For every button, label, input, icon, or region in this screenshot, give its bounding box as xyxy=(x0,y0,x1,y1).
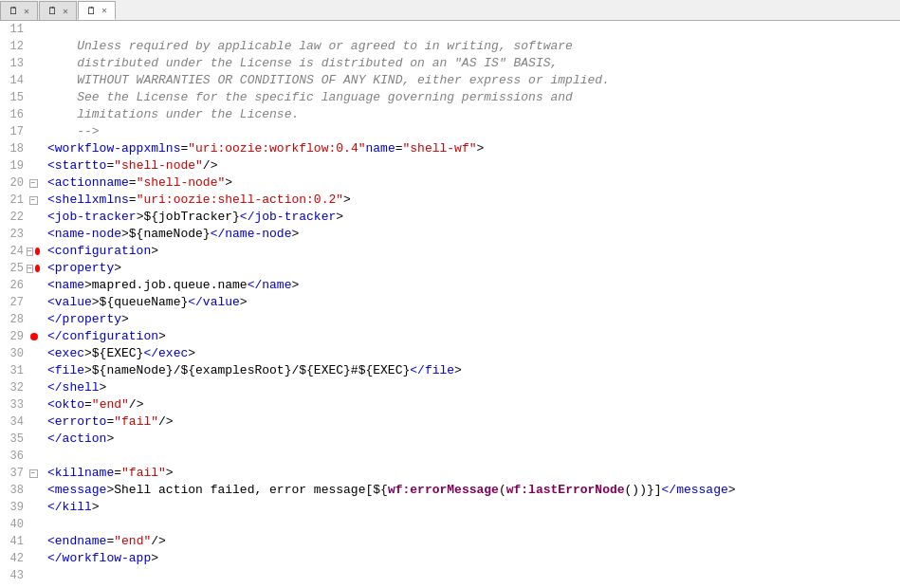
gutter-row: 32 xyxy=(0,379,40,396)
line-number: 13 xyxy=(0,57,27,70)
line-number: 29 xyxy=(0,330,27,343)
line-number: 38 xyxy=(0,484,27,497)
fold-gutter-cell xyxy=(27,333,40,340)
gutter-row: 24− xyxy=(0,243,40,260)
code-line[interactable]: </kill> xyxy=(47,499,900,516)
code-line[interactable]: <error to="fail"/> xyxy=(47,413,900,431)
gutter-row: 28 xyxy=(0,311,40,328)
code-area[interactable]: Unless required by applicable law or agr… xyxy=(40,21,900,588)
tab-job-file-icon: 🗒 xyxy=(47,5,58,17)
code-line[interactable] xyxy=(47,21,900,38)
gutter-row: 23 xyxy=(0,226,40,243)
fold-gutter-cell[interactable]: − xyxy=(27,248,40,256)
gutter-row: 34 xyxy=(0,413,40,431)
code-line[interactable]: <value>${queueName}</value> xyxy=(47,294,900,311)
code-line[interactable]: <name>mapred.job.queue.name</name> xyxy=(47,277,900,294)
code-line[interactable]: <end name="end"/> xyxy=(47,533,900,550)
tab-oozie-close[interactable]: ✕ xyxy=(24,6,29,17)
line-number: 11 xyxy=(0,23,27,36)
line-number: 32 xyxy=(0,381,27,395)
tab-file-icon: 🗒 xyxy=(9,5,19,17)
fold-collapse-icon[interactable]: − xyxy=(29,469,38,478)
gutter-row: 40 xyxy=(0,516,40,533)
code-line[interactable]: </workflow-app> xyxy=(47,550,900,567)
fold-collapse-icon[interactable]: − xyxy=(27,248,33,256)
gutter: 11121314151617181920−21−222324−25−262728… xyxy=(0,21,40,588)
code-line[interactable]: </configuration> xyxy=(47,328,900,345)
code-line[interactable]: <exec>${EXEC}</exec> xyxy=(47,345,900,362)
fold-gutter-cell[interactable]: − xyxy=(27,265,40,273)
gutter-row: 42 xyxy=(0,550,40,567)
gutter-row: 35 xyxy=(0,431,40,448)
line-number: 40 xyxy=(0,518,27,531)
tab-workflow-close[interactable]: ✕ xyxy=(101,5,107,16)
fold-gutter-cell[interactable]: − xyxy=(27,469,40,478)
fold-gutter-cell[interactable]: − xyxy=(27,196,40,205)
line-number: 33 xyxy=(0,398,27,412)
code-line[interactable]: limitations under the License. xyxy=(47,106,900,123)
code-line[interactable]: WITHOUT WARRANTIES OR CONDITIONS OF ANY … xyxy=(47,72,900,89)
line-number: 35 xyxy=(0,432,27,446)
tab-oozie[interactable]: 🗒 ✕ xyxy=(0,1,38,20)
gutter-row: 25− xyxy=(0,260,40,277)
line-number: 36 xyxy=(0,450,27,463)
fold-collapse-icon[interactable]: − xyxy=(27,265,33,273)
line-number: 20 xyxy=(0,176,27,190)
code-line[interactable] xyxy=(47,448,900,465)
code-line[interactable] xyxy=(47,516,900,533)
line-number: 31 xyxy=(0,364,27,377)
code-line[interactable]: <message>Shell action failed, error mess… xyxy=(47,482,900,499)
fold-collapse-icon[interactable]: − xyxy=(29,196,38,205)
line-number: 14 xyxy=(0,74,27,87)
code-line[interactable]: </action> xyxy=(47,431,900,448)
code-line[interactable]: <configuration> xyxy=(47,243,900,260)
fold-gutter-cell[interactable]: − xyxy=(27,179,40,188)
gutter-row: 11 xyxy=(0,21,40,38)
main-editor: 11121314151617181920−21−222324−25−262728… xyxy=(0,21,900,588)
tab-workflow[interactable]: 🗒 ✕ xyxy=(78,1,116,20)
tab-job-close[interactable]: ✕ xyxy=(63,6,68,17)
gutter-row: 14 xyxy=(0,72,40,89)
tab-job[interactable]: 🗒 ✕ xyxy=(39,1,77,20)
code-line[interactable]: <property> xyxy=(47,260,900,277)
line-number: 43 xyxy=(0,569,27,582)
code-line[interactable]: <shell xmlns="uri:oozie:shell-action:0.2… xyxy=(47,192,900,209)
code-line[interactable]: See the License for the specific languag… xyxy=(47,89,900,106)
gutter-row: 15 xyxy=(0,89,40,106)
gutter-row: 27 xyxy=(0,294,40,311)
error-marker xyxy=(30,333,38,340)
code-line[interactable]: <ok to="end"/> xyxy=(47,396,900,413)
gutter-row: 36 xyxy=(0,448,40,465)
gutter-row: 38 xyxy=(0,482,40,499)
code-line[interactable]: </shell> xyxy=(47,379,900,396)
line-number: 18 xyxy=(0,142,27,156)
gutter-row: 26 xyxy=(0,277,40,294)
code-line[interactable]: <file>${nameNode}/${examplesRoot}/${EXEC… xyxy=(47,362,900,379)
code-line[interactable]: --> xyxy=(47,123,900,140)
line-number: 39 xyxy=(0,501,27,514)
gutter-row: 16 xyxy=(0,106,40,123)
code-line[interactable] xyxy=(47,567,900,584)
gutter-row: 20− xyxy=(0,175,40,192)
gutter-row: 19 xyxy=(0,157,40,175)
code-line[interactable]: <kill name="fail"> xyxy=(47,465,900,482)
code-line[interactable]: </property> xyxy=(47,311,900,328)
code-line[interactable]: <name-node>${nameNode}</name-node> xyxy=(47,226,900,243)
code-line[interactable]: distributed under the License is distrib… xyxy=(47,55,900,72)
gutter-row: 37− xyxy=(0,465,40,482)
code-line[interactable]: Unless required by applicable law or agr… xyxy=(47,38,900,55)
gutter-row: 13 xyxy=(0,55,40,72)
tabs-bar: 🗒 ✕ 🗒 ✕ 🗒 ✕ xyxy=(0,0,900,21)
line-number: 17 xyxy=(0,125,27,138)
gutter-row: 22 xyxy=(0,209,40,226)
code-line[interactable]: <action name="shell-node"> xyxy=(47,175,900,192)
line-number: 27 xyxy=(0,296,27,309)
gutter-row: 43 xyxy=(0,567,40,584)
code-line[interactable]: <start to="shell-node"/> xyxy=(47,157,900,175)
fold-collapse-icon[interactable]: − xyxy=(29,179,38,188)
code-line[interactable]: <workflow-app xmlns="uri:oozie:workflow:… xyxy=(47,140,900,157)
code-line[interactable]: <job-tracker>${jobTracker}</job-tracker> xyxy=(47,209,900,226)
line-number: 24 xyxy=(0,245,27,258)
gutter-row: 29 xyxy=(0,328,40,345)
gutter-row: 30 xyxy=(0,345,40,362)
